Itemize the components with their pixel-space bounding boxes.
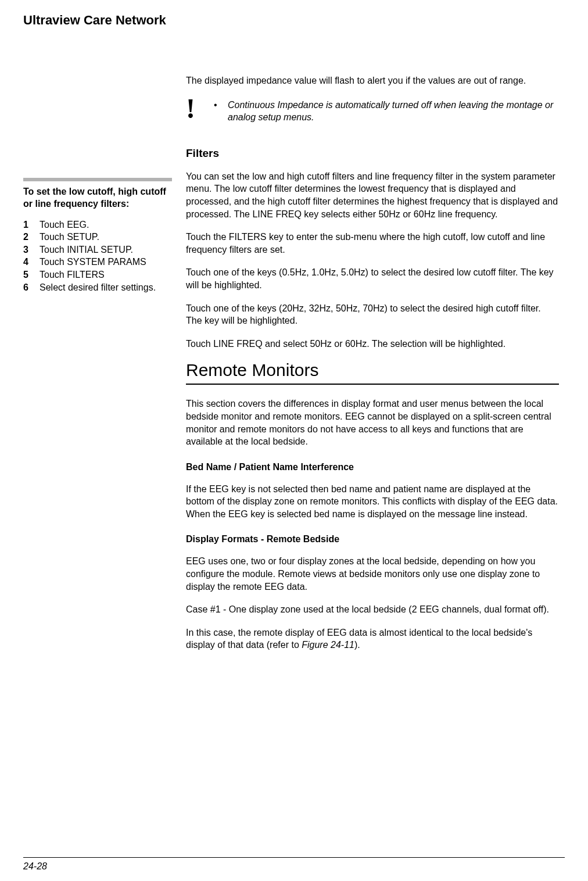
display-formats-p2: Case #1 - One display zone used at the l… — [186, 603, 559, 616]
list-item: 3Touch INITIAL SETUP. — [23, 243, 172, 256]
remote-monitors-heading: Remote Monitors — [186, 360, 559, 380]
sidebar-title: To set the low cutoff, high cutoff or li… — [23, 186, 172, 210]
important-note: ! Continuous Impedance is automatically … — [186, 98, 559, 124]
sidebar-steps: 1Touch EEG. 2Touch SETUP. 3Touch INITIAL… — [23, 219, 172, 294]
list-item: 1Touch EEG. — [23, 219, 172, 231]
filters-p5: Touch LINE FREQ and select 50Hz or 60Hz.… — [186, 338, 559, 350]
page-number: 24-28 — [23, 861, 47, 872]
note-item: Continuous Impedance is automatically tu… — [214, 99, 559, 124]
main-content: The displayed impedance value will flash… — [186, 74, 565, 662]
intro-paragraph: The displayed impedance value will flash… — [186, 74, 559, 87]
page-title: Ultraview Care Network — [23, 13, 565, 28]
footer-rule — [23, 857, 565, 858]
filters-heading: Filters — [186, 147, 559, 160]
list-item: 5Touch FILTERS — [23, 268, 172, 281]
filters-p1: You can set the low and high cutoff filt… — [186, 170, 559, 220]
bed-name-body: If the EEG key is not selected then bed … — [186, 483, 559, 521]
filters-p3: Touch one of the keys (0.5Hz, 1.0Hz, 5.0… — [186, 266, 559, 291]
p3-post: ). — [354, 640, 360, 650]
list-item: 6Select desired filter settings. — [23, 281, 172, 294]
display-formats-heading: Display Formats - Remote Bedside — [186, 534, 559, 545]
display-formats-p1: EEG uses one, two or four display zones … — [186, 555, 559, 593]
step-text: Touch INITIAL SETUP. — [40, 243, 133, 256]
sidebar: To set the low cutoff, high cutoff or li… — [23, 74, 186, 662]
bed-name-heading: Bed Name / Patient Name Interference — [186, 462, 559, 472]
step-text: Touch FILTERS — [40, 268, 105, 281]
sidebar-divider — [23, 178, 172, 181]
exclamation-icon: ! — [186, 98, 214, 120]
remote-intro: This section covers the differences in d… — [186, 397, 559, 447]
step-text: Touch SETUP. — [40, 231, 99, 243]
figure-reference: Figure 24-11 — [302, 640, 354, 650]
display-formats-p3: In this case, the remote display of EEG … — [186, 626, 559, 651]
step-text: Touch EEG. — [40, 219, 89, 231]
list-item: 2Touch SETUP. — [23, 231, 172, 243]
section-rule — [186, 384, 559, 385]
step-text: Touch SYSTEM PARAMS — [40, 256, 146, 268]
step-text: Select desired filter settings. — [40, 281, 156, 294]
filters-p4: Touch one of the keys (20Hz, 32Hz, 50Hz,… — [186, 302, 559, 327]
list-item: 4Touch SYSTEM PARAMS — [23, 256, 172, 268]
filters-p2: Touch the FILTERS key to enter the sub-m… — [186, 231, 559, 256]
